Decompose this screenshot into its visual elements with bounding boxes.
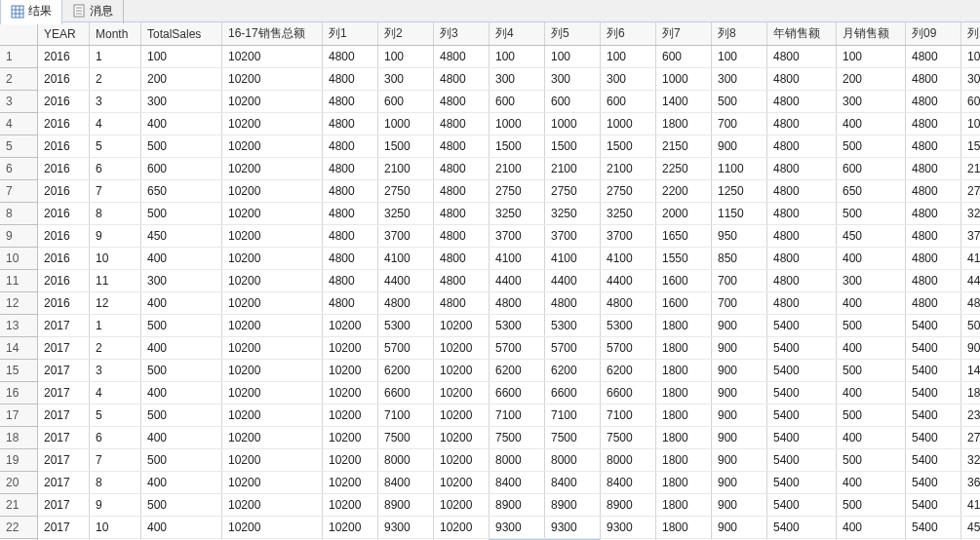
cell[interactable]: 9300 [545, 517, 601, 539]
cell[interactable]: 600 [378, 91, 434, 113]
cell[interactable]: 2700 [961, 427, 981, 449]
cell[interactable]: 5400 [906, 360, 961, 382]
cell[interactable]: 10200 [434, 494, 490, 517]
cell[interactable]: 8400 [490, 472, 545, 494]
cell[interactable]: 500 [141, 203, 222, 225]
cell[interactable]: 1650 [656, 225, 712, 248]
cell[interactable]: 10200 [222, 337, 323, 360]
column-header[interactable]: 列6 [601, 22, 656, 46]
cell[interactable]: 2016 [38, 113, 90, 135]
cell[interactable]: 7500 [490, 427, 545, 449]
row-header[interactable]: 3 [0, 91, 38, 113]
cell[interactable]: 2 [90, 337, 141, 360]
cell[interactable]: 400 [837, 248, 906, 270]
cell[interactable]: 8400 [545, 472, 601, 494]
cell[interactable]: 10200 [222, 360, 323, 382]
column-header[interactable]: 列3 [434, 22, 490, 46]
cell[interactable]: 2100 [961, 158, 981, 180]
cell[interactable]: 4800 [767, 248, 837, 270]
cell[interactable]: 5400 [906, 382, 961, 405]
cell[interactable]: 10200 [222, 517, 323, 539]
cell[interactable]: 300 [837, 270, 906, 292]
cell[interactable]: 2250 [656, 158, 712, 180]
cell[interactable]: 8900 [378, 494, 434, 517]
cell[interactable]: 10200 [323, 315, 378, 337]
results-grid[interactable]: YEARMonthTotalSales16-17销售总额列1列2列3列4列5列6… [0, 22, 980, 540]
cell[interactable]: 2016 [38, 180, 90, 203]
cell[interactable]: 700 [712, 270, 767, 292]
cell[interactable]: 4800 [434, 135, 490, 158]
cell[interactable]: 2016 [38, 68, 90, 91]
cell[interactable]: 10200 [222, 472, 323, 494]
cell[interactable]: 3250 [378, 203, 434, 225]
cell[interactable]: 4800 [323, 68, 378, 91]
cell[interactable]: 650 [141, 180, 222, 203]
cell[interactable]: 500 [141, 494, 222, 517]
cell[interactable]: 400 [837, 113, 906, 135]
cell[interactable]: 3250 [545, 203, 601, 225]
cell[interactable]: 6200 [601, 360, 656, 382]
cell[interactable]: 900 [712, 472, 767, 494]
cell[interactable]: 10200 [222, 46, 323, 68]
cell[interactable]: 2016 [38, 270, 90, 292]
cell[interactable]: 2016 [38, 91, 90, 113]
cell[interactable]: 4800 [323, 46, 378, 68]
cell[interactable]: 1000 [545, 113, 601, 135]
cell[interactable]: 4800 [906, 248, 961, 270]
row-header[interactable]: 12 [0, 292, 38, 315]
cell[interactable]: 5400 [767, 494, 837, 517]
cell[interactable]: 400 [837, 382, 906, 405]
cell[interactable]: 6 [90, 427, 141, 449]
cell[interactable]: 5400 [906, 337, 961, 360]
column-header[interactable]: 列8 [712, 22, 767, 46]
cell[interactable]: 1800 [656, 360, 712, 382]
column-header[interactable]: 列10 [961, 22, 981, 46]
cell[interactable]: 2750 [490, 180, 545, 203]
cell[interactable]: 400 [837, 472, 906, 494]
cell[interactable]: 10200 [434, 382, 490, 405]
cell[interactable]: 10200 [323, 360, 378, 382]
cell[interactable]: 6600 [490, 382, 545, 405]
cell[interactable]: 1800 [656, 315, 712, 337]
cell[interactable]: 2017 [38, 405, 90, 427]
cell[interactable]: 4 [90, 382, 141, 405]
cell[interactable]: 4100 [490, 248, 545, 270]
cell[interactable]: 300 [837, 91, 906, 113]
cell[interactable]: 2017 [38, 427, 90, 449]
cell[interactable]: 4800 [906, 68, 961, 91]
cell[interactable]: 9300 [601, 517, 656, 539]
cell[interactable]: 4 [90, 113, 141, 135]
cell[interactable]: 4800 [434, 248, 490, 270]
cell[interactable]: 5400 [767, 382, 837, 405]
cell[interactable]: 400 [837, 337, 906, 360]
cell[interactable]: 4500 [961, 517, 981, 539]
cell[interactable]: 6600 [601, 382, 656, 405]
cell[interactable]: 4400 [490, 270, 545, 292]
row-header[interactable]: 13 [0, 315, 38, 337]
cell[interactable]: 4800 [323, 203, 378, 225]
cell[interactable]: 4400 [545, 270, 601, 292]
cell[interactable]: 2016 [38, 292, 90, 315]
cell[interactable]: 10200 [222, 203, 323, 225]
cell[interactable]: 1100 [712, 158, 767, 180]
cell[interactable]: 5400 [906, 517, 961, 539]
cell[interactable]: 4800 [906, 292, 961, 315]
cell[interactable]: 8000 [545, 449, 601, 472]
cell[interactable]: 4800 [545, 292, 601, 315]
cell[interactable]: 10200 [222, 270, 323, 292]
cell[interactable]: 300 [961, 68, 981, 91]
column-header[interactable]: 列2 [378, 22, 434, 46]
cell[interactable]: 12 [90, 292, 141, 315]
cell[interactable]: 450 [141, 225, 222, 248]
cell[interactable]: 10 [90, 248, 141, 270]
cell[interactable]: 4800 [323, 91, 378, 113]
cell[interactable]: 4100 [378, 248, 434, 270]
row-header[interactable]: 4 [0, 113, 38, 135]
cell[interactable]: 4800 [323, 270, 378, 292]
cell[interactable]: 7500 [545, 427, 601, 449]
cell[interactable]: 10200 [434, 337, 490, 360]
cell[interactable]: 2016 [38, 248, 90, 270]
cell[interactable]: 1500 [545, 135, 601, 158]
cell[interactable]: 2016 [38, 203, 90, 225]
cell[interactable]: 100 [141, 46, 222, 68]
